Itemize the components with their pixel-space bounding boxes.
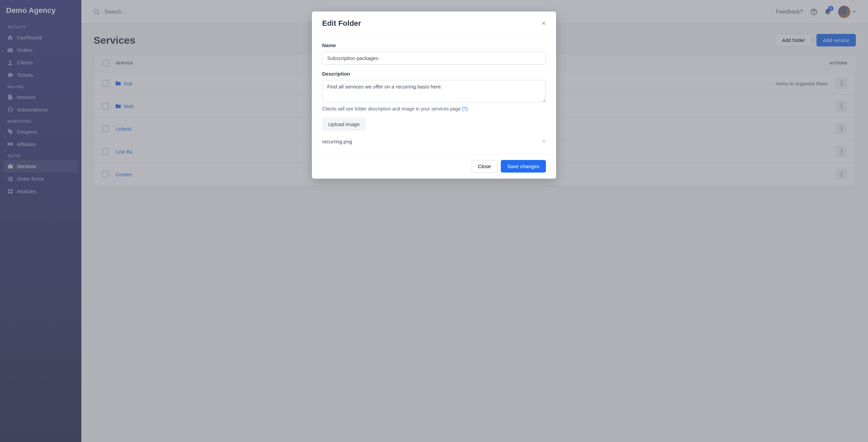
helper-link[interactable]: (?): [462, 106, 468, 112]
save-changes-button[interactable]: Save changes: [501, 160, 546, 173]
edit-folder-modal: Edit Folder × Name Description Find all …: [312, 12, 556, 179]
modal-header: Edit Folder ×: [312, 12, 556, 36]
description-label: Description: [322, 71, 546, 77]
modal-title: Edit Folder: [322, 19, 361, 28]
uploaded-filename: recurring.png: [322, 139, 352, 144]
close-button[interactable]: Close: [472, 160, 497, 173]
folder-name-input[interactable]: [322, 52, 546, 65]
helper-text-content: Clients will see folder description and …: [322, 106, 462, 112]
uploaded-file-row: recurring.png ×: [322, 138, 546, 145]
close-icon[interactable]: ×: [541, 19, 546, 28]
helper-text: Clients will see folder description and …: [322, 106, 546, 112]
name-label: Name: [322, 42, 546, 48]
modal-footer: Close Save changes: [312, 154, 556, 179]
folder-description-input[interactable]: Find all services we offer on a recurrin…: [322, 80, 546, 102]
upload-image-button[interactable]: Upload image: [322, 118, 366, 131]
modal-body: Name Description Find all services we of…: [312, 36, 556, 154]
remove-file-icon[interactable]: ×: [542, 138, 546, 145]
